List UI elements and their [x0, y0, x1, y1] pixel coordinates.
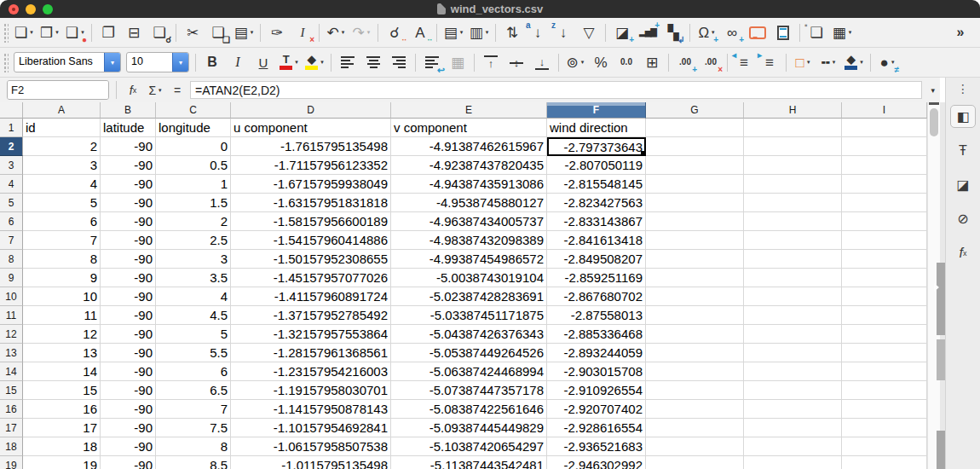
cell-C16[interactable]: 7 [156, 400, 231, 419]
highlight-color-icon[interactable]: ◆▾ [302, 50, 327, 74]
cell-G17[interactable] [646, 419, 744, 437]
cell-H14[interactable] [744, 362, 842, 381]
cell-I16[interactable] [842, 400, 927, 419]
cell-E16[interactable]: -5.08387422561646 [391, 400, 547, 419]
row-header-11[interactable]: 11 [0, 306, 23, 325]
styles-icon[interactable]: Ŧ [950, 139, 976, 162]
formula-input[interactable] [190, 81, 922, 99]
row-header-2[interactable]: 2 [0, 137, 23, 156]
align-bottom-icon[interactable]: ↓ [529, 50, 555, 74]
cell-D6[interactable]: -1.58157956600189 [231, 212, 391, 231]
column-header-D[interactable]: D [231, 102, 391, 119]
find-replace-icon[interactable]: ☌∙∙ [382, 20, 407, 44]
cell-I19[interactable] [842, 456, 927, 469]
cell-F2[interactable]: -2.797373643 [547, 137, 646, 156]
background-color-icon[interactable]: ◆▾ [841, 50, 867, 74]
cell-C15[interactable]: 6.5 [156, 381, 231, 400]
cell-H15[interactable] [744, 381, 842, 400]
print-preview-icon[interactable]: ❏☌ [147, 20, 172, 44]
row-header-1[interactable]: 1 [0, 119, 23, 137]
cell-D5[interactable]: -1.63157951831818 [231, 194, 391, 212]
cell-C9[interactable]: 3.5 [156, 269, 231, 287]
cell-B18[interactable]: -90 [101, 437, 156, 456]
cut-icon[interactable]: ✂ [180, 20, 205, 44]
row-header-16[interactable]: 16 [0, 400, 23, 419]
sidebar-collapse-arrow-icon[interactable] [934, 283, 943, 292]
row-header-4[interactable]: 4 [0, 175, 23, 194]
cell-F8[interactable]: -2.849508207 [547, 250, 646, 269]
table-grid-icon[interactable]: ▦▾ [829, 20, 855, 44]
cell-C14[interactable]: 6 [156, 362, 231, 381]
cell-I8[interactable] [842, 250, 927, 269]
cell-H16[interactable] [744, 400, 842, 419]
cell-A15[interactable]: 15 [23, 381, 101, 400]
cell-I14[interactable] [842, 362, 927, 381]
cell-G16[interactable] [646, 400, 744, 419]
select-all-button[interactable] [0, 102, 23, 119]
cell-A8[interactable]: 8 [23, 250, 101, 269]
number-format-icon[interactable]: 0.0 [614, 50, 639, 74]
print-icon[interactable]: ⊟ [121, 20, 147, 44]
cell-G11[interactable] [646, 306, 744, 325]
cell-G15[interactable] [646, 381, 744, 400]
font-name-combo[interactable]: Liberation Sans▾ [14, 52, 121, 72]
cell-B3[interactable]: -90 [101, 156, 156, 175]
cell-A7[interactable]: 7 [23, 231, 101, 250]
cell-I12[interactable] [842, 325, 927, 344]
cell-C4[interactable]: 1 [156, 175, 231, 194]
increase-indent-icon[interactable]: ≡▸ [757, 50, 782, 74]
sidebar-settings-icon[interactable]: ⋮ [950, 81, 976, 96]
cell-C2[interactable]: 0 [156, 137, 231, 156]
functions-icon[interactable]: fx [950, 241, 976, 264]
headers-footers-icon[interactable] [770, 20, 796, 44]
cell-H12[interactable] [744, 325, 842, 344]
cell-B7[interactable]: -90 [101, 231, 156, 250]
cell-I6[interactable] [842, 212, 927, 231]
cell-H2[interactable] [744, 137, 842, 156]
cell-C1[interactable]: longitude [156, 119, 231, 137]
cell-G2[interactable] [646, 137, 744, 156]
cell-G18[interactable] [646, 437, 744, 456]
cell-G3[interactable] [646, 156, 744, 175]
cell-I15[interactable] [842, 381, 927, 400]
insert-rows-icon[interactable]: ▤▾ [441, 20, 466, 44]
cell-E19[interactable]: -5.11387443542481 [391, 456, 547, 469]
cell-G1[interactable] [646, 119, 744, 137]
align-left-icon[interactable] [335, 50, 360, 74]
cell-C11[interactable]: 4.5 [156, 306, 231, 325]
sort-descending-icon[interactable]: ↓z [551, 20, 576, 44]
cell-E18[interactable]: -5.10387420654297 [391, 437, 547, 456]
currency-format-icon-dropdown[interactable]: ▾ [581, 59, 585, 66]
decrease-indent-icon[interactable]: ≡◂ [731, 50, 757, 74]
cell-C19[interactable]: 8.5 [156, 456, 231, 469]
font-name-combo-dropdown-icon[interactable]: ▾ [104, 53, 120, 72]
cell-F18[interactable]: -2.936521683 [547, 437, 646, 456]
cell-D13[interactable]: -1.28157961368561 [231, 344, 391, 362]
copy-icon[interactable]: ❏❏ [205, 20, 231, 44]
cell-F11[interactable]: -2.87558013 [547, 306, 646, 325]
align-top-icon[interactable]: ↑ [478, 50, 504, 74]
row-header-6[interactable]: 6 [0, 212, 23, 231]
font-size-combo[interactable]: 10▾ [126, 52, 189, 72]
export-pdf-icon[interactable]: ❐ [95, 20, 121, 44]
cell-H5[interactable] [744, 194, 842, 212]
row-header-7[interactable]: 7 [0, 231, 23, 250]
cell-A14[interactable]: 14 [23, 362, 101, 381]
gallery-icon[interactable]: ◪ [950, 173, 976, 196]
cell-F17[interactable]: -2.928616554 [547, 419, 646, 437]
sort-ascending-icon[interactable]: ↓a [525, 20, 551, 44]
cell-B6[interactable]: -90 [101, 212, 156, 231]
cell-A10[interactable]: 10 [23, 287, 101, 306]
cell-D9[interactable]: -1.45157957077026 [231, 269, 391, 287]
insert-chart-icon[interactable]: ▂▅▇+ [635, 20, 660, 44]
cell-B5[interactable]: -90 [101, 194, 156, 212]
cell-A9[interactable]: 9 [23, 269, 101, 287]
cell-C18[interactable]: 8 [156, 437, 231, 456]
font-color-icon-dropdown[interactable]: ▾ [295, 59, 298, 66]
cell-F13[interactable]: -2.893244059 [547, 344, 646, 362]
cell-H19[interactable] [744, 456, 842, 469]
row-header-17[interactable]: 17 [0, 419, 23, 437]
cell-C3[interactable]: 0.5 [156, 156, 231, 175]
cell-C13[interactable]: 5.5 [156, 344, 231, 362]
highlight-color-icon-dropdown[interactable]: ▾ [320, 59, 324, 66]
